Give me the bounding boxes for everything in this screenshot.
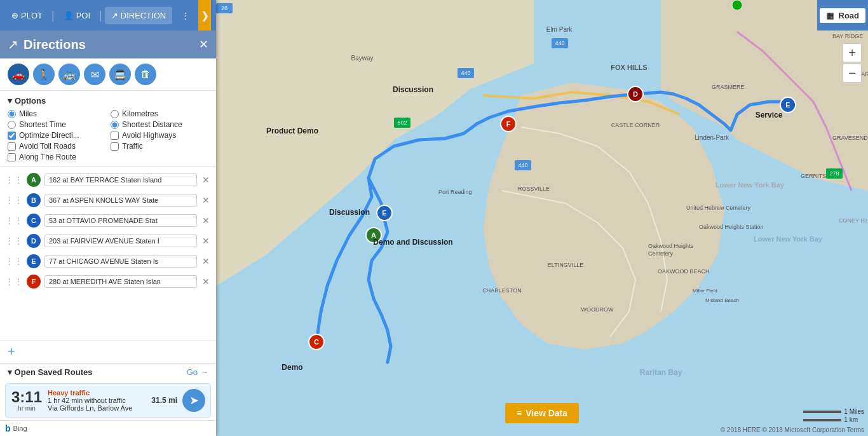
attribution-text: © 2018 HERE © 2018 Microsoft Corporation… <box>721 426 864 433</box>
miles-label: Miles <box>19 109 37 118</box>
more-button[interactable]: ⋮ <box>175 7 196 24</box>
go-button[interactable]: Go → <box>187 367 208 377</box>
collapse-button[interactable]: ❯ <box>198 0 211 31</box>
waypoint-remove-d[interactable]: ✕ <box>201 236 211 246</box>
directions-header: ↗ Directions ✕ <box>0 31 216 58</box>
kilometres-label: Kilometres <box>122 109 158 118</box>
svg-text:Oakwood Heights: Oakwood Heights <box>648 243 694 249</box>
svg-text:F: F <box>506 120 511 128</box>
bing-footer: b Bing <box>0 420 216 436</box>
options-section: ▾ Options Miles Kilometres Shortest Time… <box>0 91 216 167</box>
svg-text:Discussion: Discussion <box>329 208 370 217</box>
zoom-controls: + − <box>843 43 862 83</box>
svg-text:Demo: Demo <box>281 363 302 372</box>
svg-text:440: 440 <box>461 70 470 76</box>
along-route-checkbox[interactable] <box>8 153 16 161</box>
zoom-out-button[interactable]: − <box>843 64 862 83</box>
shortest-time-radio[interactable] <box>8 121 16 129</box>
drag-handle-c[interactable]: ⋮⋮ <box>5 215 23 226</box>
waypoint-row: ⋮⋮ A ✕ <box>0 170 216 190</box>
plot-button[interactable]: ⊕ PLOT <box>5 7 49 24</box>
optimize-option[interactable]: Optimize Directi... <box>8 131 105 140</box>
zoom-in-button[interactable]: + <box>843 43 862 62</box>
svg-text:FOX HILLS: FOX HILLS <box>611 64 647 71</box>
waypoint-input-b[interactable] <box>44 194 197 207</box>
svg-text:Cemetery: Cemetery <box>648 250 674 257</box>
saved-routes-section: ▾ Open Saved Routes Go → <box>0 363 216 381</box>
waypoint-row: ⋮⋮ E ✕ <box>0 251 216 271</box>
avoid-highways-checkbox[interactable] <box>111 132 119 140</box>
direction-label: DIRECTION <box>121 11 166 20</box>
traffic-option[interactable]: Traffic <box>111 142 208 151</box>
avoid-toll-option[interactable]: Avoid Toll Roads <box>8 142 105 151</box>
waypoint-input-a[interactable] <box>44 174 197 186</box>
kilometres-radio[interactable] <box>111 110 119 118</box>
transport-clear-button[interactable]: 🗑 <box>135 64 156 85</box>
drag-handle-a[interactable]: ⋮⋮ <box>5 175 23 185</box>
waypoint-input-e[interactable] <box>44 255 197 268</box>
shortest-distance-option[interactable]: Shortest Distance <box>111 120 208 129</box>
drag-handle-e[interactable]: ⋮⋮ <box>5 256 23 266</box>
miles-radio[interactable] <box>8 110 16 118</box>
traffic-checkbox[interactable] <box>111 142 119 151</box>
waypoint-remove-f[interactable]: ✕ <box>201 276 211 287</box>
svg-text:Service: Service <box>756 111 783 119</box>
avoid-highways-option[interactable]: Avoid Highways <box>111 131 208 140</box>
waypoint-row: ⋮⋮ F ✕ <box>0 271 216 292</box>
drag-handle-b[interactable]: ⋮⋮ <box>5 195 23 205</box>
options-toggle[interactable]: ▾ Options <box>8 96 208 106</box>
svg-text:440: 440 <box>518 162 527 168</box>
shortest-distance-radio[interactable] <box>111 121 119 129</box>
time-value: 3:11 <box>11 390 42 405</box>
close-directions-button[interactable]: ✕ <box>199 37 208 51</box>
svg-text:United Hebrew Cemetery: United Hebrew Cemetery <box>686 205 751 211</box>
svg-text:Lower New York Bay: Lower New York Bay <box>754 235 823 243</box>
waypoint-row: ⋮⋮ D ✕ <box>0 231 216 251</box>
waypoint-remove-a[interactable]: ✕ <box>201 175 211 185</box>
options-grid: Miles Kilometres Shortest Time Shortest … <box>8 109 208 161</box>
svg-text:CONEY ISLAND: CONEY ISLAND <box>839 217 868 224</box>
waypoint-badge-d: D <box>27 234 41 248</box>
waypoint-input-c[interactable] <box>44 214 197 227</box>
map-area[interactable]: ⬚ ✏ ⬜ ✐ 📷 ❯ ▦ Road <box>216 0 868 436</box>
saved-routes-toggle[interactable]: ▾ Open Saved Routes <box>8 367 187 377</box>
collapse-icon: ❯ <box>201 10 209 22</box>
transport-transit-button[interactable]: 🚌 <box>58 64 80 85</box>
poi-label: POI <box>76 11 90 20</box>
transport-bus-button[interactable]: 🚍 <box>109 64 131 85</box>
zoom-in-icon: + <box>848 46 856 60</box>
waypoint-remove-b[interactable]: ✕ <box>201 195 211 205</box>
svg-text:440: 440 <box>555 40 564 46</box>
svg-text:Port Reading: Port Reading <box>438 189 472 195</box>
direction-icon: ↗ <box>111 11 118 20</box>
drag-handle-d[interactable]: ⋮⋮ <box>5 236 23 246</box>
waypoint-remove-e[interactable]: ✕ <box>201 256 211 266</box>
waypoint-input-f[interactable] <box>44 275 197 288</box>
waypoint-remove-c[interactable]: ✕ <box>201 215 211 226</box>
road-view-button[interactable]: ▦ Road <box>820 8 865 23</box>
view-data-button[interactable]: ≡ View Data <box>505 403 579 423</box>
waypoints-section: ⋮⋮ A ✕ ⋮⋮ B ✕ ⋮⋮ C ✕ ⋮⋮ D ✕ ⋮⋮ E ✕ <box>0 167 216 340</box>
waypoint-input-d[interactable] <box>44 235 197 247</box>
avoid-toll-checkbox[interactable] <box>8 142 16 151</box>
shortest-time-option[interactable]: Shortest Time <box>8 120 105 129</box>
map-svg: A E D F E C Product Demo Discussion Serv… <box>216 0 868 436</box>
add-stop-section: + <box>0 340 216 363</box>
map-view-section: ▦ Road <box>817 0 868 31</box>
direction-button[interactable]: ↗ DIRECTION <box>105 7 173 24</box>
bing-logo: b <box>5 423 11 433</box>
along-route-option[interactable]: Along The Route <box>8 153 208 161</box>
transport-email-button[interactable]: ✉ <box>84 64 105 85</box>
transport-walk-button[interactable]: 🚶 <box>33 64 55 85</box>
navigate-button[interactable]: ➤ <box>182 389 205 412</box>
add-stop-button[interactable]: + <box>8 344 15 359</box>
kilometres-option[interactable]: Kilometres <box>111 109 208 118</box>
route-time: 3:11 hr min <box>11 390 43 412</box>
shortest-time-label: Shortest Time <box>19 120 66 129</box>
svg-text:Demo and Discussion: Demo and Discussion <box>373 238 452 247</box>
poi-button[interactable]: 👤 POI <box>57 7 97 24</box>
optimize-checkbox[interactable] <box>8 132 16 140</box>
drag-handle-f[interactable]: ⋮⋮ <box>5 276 23 287</box>
miles-option[interactable]: Miles <box>8 109 105 118</box>
transport-car-button[interactable]: 🚗 <box>8 64 29 85</box>
